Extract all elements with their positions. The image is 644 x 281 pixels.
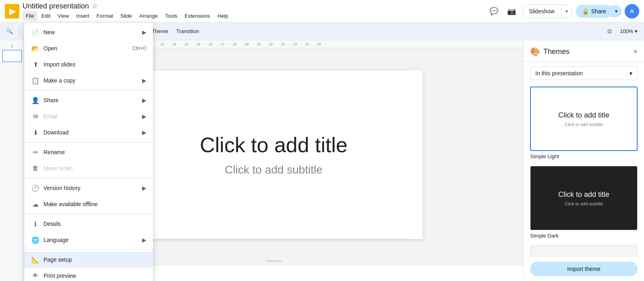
download-arrow: ▶ [142,129,147,136]
menu-item-version-history[interactable]: 🕐 Version history ▶ [24,180,153,196]
menu-item-download[interactable]: ⬇ Download ▶ [24,124,153,140]
menu-divider-4 [24,214,153,214]
menu-print-preview-label: Print preview [43,273,147,279]
star-icon[interactable]: ☆ [91,2,98,10]
open-shortcut: Ctrl+O [132,45,147,51]
menu-details-label: Details [43,221,147,227]
theme-item-simple-light[interactable]: Click to add title Click to add subtitle… [530,87,638,159]
menu-offline-label: Make available offline [43,201,147,207]
doc-title[interactable]: Untitled presentation [23,2,89,10]
menu-divider-3 [24,178,153,178]
slide-subtitle[interactable]: Click to add subtitle [225,163,323,176]
theme-preview-simple-accent[interactable]: Click to add title [530,245,638,257]
transition-label: Transition [176,28,199,34]
themes-panel: 🎨 Themes × In this presentation ▾ Click … [523,40,644,281]
themes-dropdown[interactable]: In this presentation ▾ [530,66,638,80]
import-slides-icon: ⬆ [31,60,40,69]
menu-file[interactable]: File [23,11,37,21]
menu-item-details[interactable]: ℹ Details [24,216,153,232]
themes-scroll[interactable]: Click to add title Click to add subtitle… [524,83,644,257]
meet-button[interactable]: 📷 [504,4,519,19]
slide-thumbnail[interactable] [2,50,22,62]
themes-title-row: 🎨 Themes [530,47,570,56]
theme-label-simple-light: Simple Light [530,153,638,159]
menu-item-new[interactable]: 📄 New ▶ [24,24,153,40]
top-right-actions: 💬 📷 Slideshow ▾ 🔒 Share ▾ A [487,4,639,19]
theme-preview-subtitle-simple-dark: Click to add subtitle [565,201,603,206]
menu-arrange[interactable]: Arrange [136,11,161,21]
share-dropdown-arrow[interactable]: ▾ [611,5,621,17]
transition-btn[interactable]: Transition [173,27,202,36]
menu-item-language[interactable]: 🌐 Language ▶ [24,232,153,248]
slides-panel: 1 [0,40,24,281]
menu-email-label: Email [43,113,140,120]
download-icon: ⬇ [31,128,40,137]
menu-item-share[interactable]: 👤 Share ▶ [24,92,153,108]
theme-item-simple-dark[interactable]: Click to add title Click to add subtitle… [530,166,638,239]
menu-tools[interactable]: Tools [162,11,180,21]
comments-button[interactable]: 💬 [487,4,501,19]
print-preview-icon: 👁 [31,271,40,281]
theme-item-simple-accent[interactable]: Click to add title Simple Accent [530,245,638,257]
slideshow-button-group: Slideshow ▾ [522,4,572,18]
theme-preview-title-simple-light: Click to add title [558,111,609,120]
slide-title[interactable]: Click to add title [200,133,347,157]
menu-item-email[interactable]: ✉ Email ▶ [24,108,153,124]
menu-item-import-slides[interactable]: ⬆ Import slides [24,56,153,72]
menu-make-copy-label: Make a copy [43,77,140,84]
menu-format[interactable]: Format [93,11,116,21]
share-button-group: 🔒 Share ▾ [576,5,621,18]
menu-insert[interactable]: Insert [73,11,93,21]
menu-language-label: Language [43,237,140,243]
themes-close-button[interactable]: × [633,48,638,56]
theme-label: Theme [152,28,168,34]
themes-dropdown-label: In this presentation [535,70,583,76]
menu-item-rename[interactable]: ✏ Rename [24,144,153,160]
doc-title-row: Untitled presentation ☆ [23,2,483,10]
slideshow-dropdown-arrow[interactable]: ▾ [561,5,572,17]
share-label: Share [591,8,606,14]
version-history-icon: 🕐 [31,183,40,193]
import-theme-button[interactable]: Import theme [530,262,638,276]
top-bar: ▶ Untitled presentation ☆ File Edit View… [0,0,644,23]
language-icon: 🌐 [31,235,40,245]
menu-slide[interactable]: Slide [117,11,135,21]
menu-page-setup-label: Page setup [43,256,147,263]
menu-share-label: Share [43,97,140,103]
theme-preview-simple-light[interactable]: Click to add title Click to add subtitle [530,87,638,151]
menu-edit[interactable]: Edit [38,11,54,21]
menu-item-open[interactable]: 📂 Open Ctrl+O [24,40,153,56]
menu-new-label: New [43,29,140,35]
version-history-arrow: ▶ [142,185,147,191]
menu-help[interactable]: Help [214,11,231,21]
share-main-button[interactable]: 🔒 Share [576,5,613,18]
menu-extensions[interactable]: Extensions [182,11,214,21]
menu-item-make-copy[interactable]: 📋 Make a copy ▶ [24,72,153,89]
rename-icon: ✏ [31,147,40,157]
theme-preview-subtitle-simple-light: Click to add subtitle [565,122,603,127]
menu-item-move-to-bin[interactable]: 🗑 Move to bin [24,160,153,176]
theme-label-simple-dark: Simple Dark [530,233,638,239]
menu-item-make-available-offline[interactable]: ☁ Make available offline [24,196,153,212]
slide-canvas[interactable]: Click to add title Click to add subtitle [125,70,423,239]
theme-preview-simple-dark[interactable]: Click to add title Click to add subtitle [530,166,638,230]
menu-divider-1 [24,90,153,91]
make-copy-icon: 📋 [31,76,40,85]
account-icon[interactable]: A [625,4,639,19]
details-icon: ℹ [31,219,40,229]
zoom-dropdown[interactable]: 100% ▾ [617,27,641,36]
menu-rename-label: Rename [43,149,147,155]
menu-bar: File Edit View Insert Format Slide Arran… [23,11,483,21]
menu-open-label: Open [43,45,129,52]
fit-btn[interactable]: ⊡ [604,27,615,36]
menu-item-page-setup[interactable]: 📐 Page setup [24,252,153,268]
menu-item-print-preview[interactable]: 👁 Print preview [24,268,153,281]
slideshow-main-button[interactable]: Slideshow [522,5,561,18]
menu-divider-2 [24,142,153,143]
themes-dropdown-chevron: ▾ [630,70,632,76]
new-icon: 📄 [31,27,40,37]
title-area: Untitled presentation ☆ File Edit View I… [23,2,483,21]
search-toolbar-btn[interactable]: 🔍 [3,27,16,36]
menu-view[interactable]: View [54,11,72,21]
email-arrow: ▶ [142,113,147,120]
